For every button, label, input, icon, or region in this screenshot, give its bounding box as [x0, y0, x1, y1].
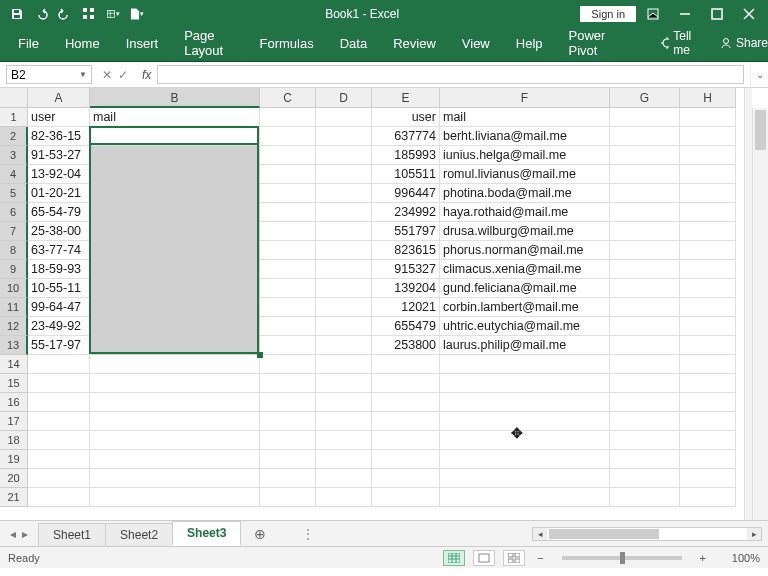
zoom-out-button[interactable]: −: [533, 552, 547, 564]
cell[interactable]: [260, 241, 316, 260]
cell[interactable]: [680, 127, 736, 146]
cell[interactable]: [316, 108, 372, 127]
cell[interactable]: 253800: [372, 336, 440, 355]
tab-help[interactable]: Help: [514, 32, 545, 55]
cell[interactable]: [372, 431, 440, 450]
tab-file[interactable]: File: [16, 32, 41, 55]
sheet-tab[interactable]: Sheet3: [172, 521, 241, 546]
cell[interactable]: mail: [440, 108, 610, 127]
cell[interactable]: [610, 374, 680, 393]
cell[interactable]: [316, 336, 372, 355]
row-header[interactable]: 18: [0, 431, 28, 450]
cell[interactable]: [90, 184, 260, 203]
row-header[interactable]: 5: [0, 184, 28, 203]
cell[interactable]: [90, 488, 260, 507]
cell[interactable]: [372, 355, 440, 374]
cell[interactable]: [610, 108, 680, 127]
cell[interactable]: [316, 488, 372, 507]
cell[interactable]: [680, 222, 736, 241]
minimize-icon[interactable]: [678, 7, 692, 21]
row-header[interactable]: 17: [0, 412, 28, 431]
save-icon[interactable]: [10, 7, 24, 21]
cell[interactable]: [316, 431, 372, 450]
cell[interactable]: [90, 336, 260, 355]
tab-insert[interactable]: Insert: [124, 32, 161, 55]
cell[interactable]: [680, 241, 736, 260]
cell[interactable]: 99-64-47: [28, 298, 90, 317]
cell[interactable]: [90, 127, 260, 146]
row-header[interactable]: 9: [0, 260, 28, 279]
cell[interactable]: [90, 146, 260, 165]
cell[interactable]: laurus.philip@mail.me: [440, 336, 610, 355]
sheet-tab[interactable]: Sheet2: [105, 523, 173, 546]
cell[interactable]: [680, 203, 736, 222]
undo-icon[interactable]: [34, 7, 48, 21]
tab-page-layout[interactable]: Page Layout: [182, 24, 235, 62]
cell[interactable]: [90, 355, 260, 374]
cell[interactable]: [316, 355, 372, 374]
vertical-scrollbar[interactable]: [752, 108, 768, 520]
cell[interactable]: [680, 393, 736, 412]
cell[interactable]: [316, 127, 372, 146]
qat-new-icon[interactable]: ▾: [130, 7, 144, 21]
cell[interactable]: [316, 146, 372, 165]
add-sheet-button[interactable]: ⊕: [248, 526, 272, 542]
cell[interactable]: [316, 412, 372, 431]
cell[interactable]: [260, 260, 316, 279]
cell[interactable]: 655479: [372, 317, 440, 336]
column-header[interactable]: H: [680, 88, 736, 108]
cell[interactable]: [610, 127, 680, 146]
fx-label[interactable]: fx: [136, 62, 157, 87]
spreadsheet-grid[interactable]: ABCDEFGH 1234567891011121314151617181920…: [0, 88, 768, 520]
cell[interactable]: [440, 355, 610, 374]
cell[interactable]: [28, 431, 90, 450]
sheet-nav-prev-icon[interactable]: ◂: [10, 527, 16, 541]
column-header[interactable]: G: [610, 88, 680, 108]
cell[interactable]: 12021: [372, 298, 440, 317]
cell[interactable]: [260, 165, 316, 184]
cell[interactable]: [372, 412, 440, 431]
column-header[interactable]: D: [316, 88, 372, 108]
cell[interactable]: [28, 393, 90, 412]
cell[interactable]: [28, 412, 90, 431]
cell[interactable]: [610, 317, 680, 336]
cell[interactable]: [610, 355, 680, 374]
zoom-in-button[interactable]: +: [696, 552, 710, 564]
row-header[interactable]: 16: [0, 393, 28, 412]
cell[interactable]: [90, 241, 260, 260]
column-header[interactable]: F: [440, 88, 610, 108]
cell[interactable]: [610, 298, 680, 317]
cell[interactable]: [372, 374, 440, 393]
close-icon[interactable]: [742, 7, 756, 21]
cell[interactable]: [90, 165, 260, 184]
row-header[interactable]: 14: [0, 355, 28, 374]
cell[interactable]: [680, 184, 736, 203]
chevron-down-icon[interactable]: ▼: [79, 70, 87, 79]
cell[interactable]: [316, 450, 372, 469]
share-button[interactable]: Share: [720, 36, 768, 50]
cell[interactable]: [372, 450, 440, 469]
cell[interactable]: [372, 393, 440, 412]
cell[interactable]: 823615: [372, 241, 440, 260]
cell[interactable]: [90, 469, 260, 488]
cell[interactable]: [90, 374, 260, 393]
cell[interactable]: [90, 412, 260, 431]
cell[interactable]: [260, 298, 316, 317]
row-header[interactable]: 13: [0, 336, 28, 355]
cell[interactable]: [316, 317, 372, 336]
ribbon-options-icon[interactable]: [646, 7, 660, 21]
redo-icon[interactable]: [58, 7, 72, 21]
cell[interactable]: [260, 412, 316, 431]
cell[interactable]: [610, 241, 680, 260]
cell[interactable]: 234992: [372, 203, 440, 222]
scroll-right-icon[interactable]: ▸: [747, 528, 761, 540]
cell[interactable]: [680, 146, 736, 165]
row-header[interactable]: 8: [0, 241, 28, 260]
cell[interactable]: 996447: [372, 184, 440, 203]
cell[interactable]: [260, 146, 316, 165]
cell[interactable]: [316, 374, 372, 393]
cell[interactable]: [316, 260, 372, 279]
cell[interactable]: [260, 469, 316, 488]
cell[interactable]: [680, 260, 736, 279]
cell[interactable]: 25-38-00: [28, 222, 90, 241]
